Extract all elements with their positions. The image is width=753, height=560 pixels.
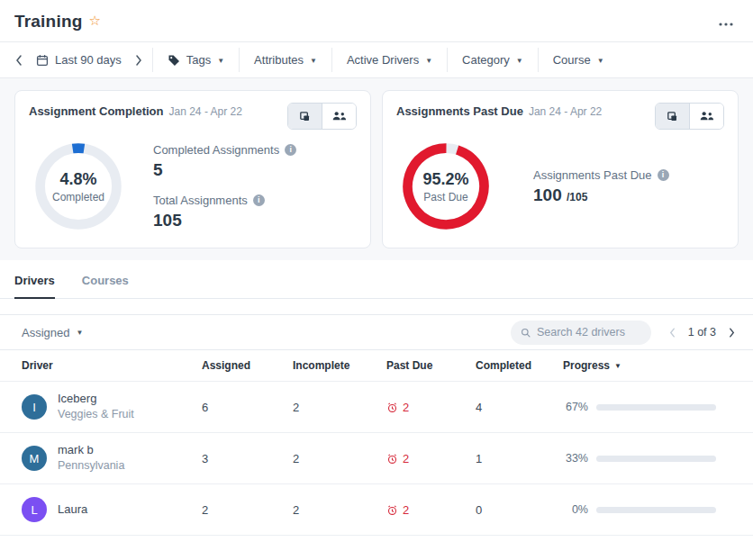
- past-due-cell: 2: [386, 503, 476, 517]
- stat-value: 105: [153, 211, 296, 230]
- progress-cell: 33%: [563, 452, 731, 465]
- category-label: Category: [462, 53, 510, 67]
- info-icon[interactable]: i: [658, 169, 669, 181]
- caret-down-icon: ▼: [76, 329, 83, 337]
- assigned-cell: 2: [202, 503, 293, 517]
- past-due-cell: 2: [386, 452, 476, 465]
- assignment-completion-card: Assignment CompletionJan 24 - Apr 22: [14, 90, 371, 248]
- view-toggle-group: [655, 103, 724, 130]
- info-icon[interactable]: i: [253, 194, 265, 206]
- chevron-right-icon: [729, 328, 735, 338]
- sort-desc-icon: ▼: [614, 362, 621, 370]
- date-range-label: Last 90 days: [55, 53, 122, 67]
- divider: [239, 48, 240, 72]
- stat-label: Assignments Past Due: [533, 168, 652, 182]
- chevron-left-icon: [669, 328, 676, 338]
- tab-drivers[interactable]: Drivers: [14, 274, 55, 299]
- incomplete-cell: 2: [293, 503, 386, 517]
- caret-down-icon: ▼: [217, 57, 224, 65]
- caret-down-icon: ▼: [310, 57, 317, 65]
- column-header-driver[interactable]: Driver: [22, 359, 202, 372]
- avatar: L: [22, 497, 47, 522]
- course-dropdown[interactable]: Course ▼: [540, 42, 617, 77]
- avatar: I: [22, 394, 47, 420]
- driver-name-cell[interactable]: Iceberg Veggies & Fruit: [58, 392, 134, 422]
- table-row[interactable]: M mark b Pennsylvania 3 2 2 1 33%: [0, 433, 753, 484]
- completed-cell: 1: [476, 452, 563, 465]
- search-icon: [521, 327, 531, 339]
- avatar: M: [22, 446, 47, 471]
- people-icon: [699, 111, 714, 122]
- category-dropdown[interactable]: Category ▼: [449, 42, 536, 77]
- summary-cards: Assignment CompletionJan 24 - Apr 22: [0, 78, 753, 260]
- driver-name: Iceberg: [58, 392, 96, 405]
- divider: [152, 48, 153, 72]
- summary-view-toggle[interactable]: [288, 104, 322, 129]
- favorite-star-icon[interactable]: ☆: [89, 13, 101, 29]
- incomplete-cell: 2: [293, 452, 386, 465]
- driver-name: mark b: [58, 443, 94, 456]
- column-header-incomplete[interactable]: Incomplete: [293, 359, 386, 372]
- completion-percent: 4.8%: [59, 170, 96, 189]
- date-range-dropdown[interactable]: Last 90 days: [31, 42, 127, 77]
- attributes-dropdown[interactable]: Attributes ▼: [241, 42, 330, 77]
- active-drivers-dropdown[interactable]: Active Drivers ▼: [334, 42, 445, 77]
- stat-value: 5: [153, 160, 296, 180]
- assigned-cell: 3: [202, 452, 293, 465]
- past-due-percent-label: Past Due: [423, 191, 467, 203]
- column-header-assigned[interactable]: Assigned: [202, 359, 293, 372]
- progress-percent: 67%: [563, 401, 588, 413]
- summary-view-toggle[interactable]: [656, 104, 689, 129]
- people-view-toggle[interactable]: [690, 104, 723, 129]
- calendar-icon: [36, 54, 49, 67]
- page-prev-button[interactable]: [669, 328, 676, 338]
- people-view-toggle[interactable]: [322, 104, 356, 129]
- assignments-past-due-card: Assignments Past DueJan 24 - Apr 22: [382, 90, 739, 248]
- stat-label: Completed Assignments: [153, 143, 279, 157]
- progress-percent: 33%: [563, 452, 588, 465]
- progress-cell: 67%: [563, 401, 731, 413]
- tab-courses[interactable]: Courses: [82, 274, 129, 298]
- column-header-past-due[interactable]: Past Due: [386, 359, 476, 372]
- divider: [447, 48, 448, 72]
- attributes-label: Attributes: [254, 53, 304, 67]
- table-controls: Assigned ▼ 1 of 3: [0, 314, 753, 350]
- page-next-button[interactable]: [729, 328, 735, 338]
- column-header-completed[interactable]: Completed: [476, 359, 563, 372]
- view-toggle-group: [287, 103, 357, 130]
- alarm-clock-icon: [386, 402, 398, 413]
- info-icon[interactable]: i: [285, 144, 296, 156]
- driver-name-cell[interactable]: Laura: [58, 502, 87, 518]
- date-next-button[interactable]: [127, 42, 150, 77]
- driver-name: Laura: [58, 502, 87, 516]
- drivers-table: Driver Assigned Incomplete Past Due Comp…: [0, 350, 753, 536]
- total-assignments-stat: Total Assignments i 105: [153, 194, 296, 230]
- chevron-right-icon: [135, 55, 142, 66]
- table-row[interactable]: L Laura 2 2 2 0 0%: [0, 484, 753, 536]
- assigned-filter-label: Assigned: [22, 326, 69, 339]
- table-row[interactable]: I Iceberg Veggies & Fruit 6 2 2 4 67%: [0, 382, 753, 433]
- incomplete-cell: 2: [293, 401, 386, 414]
- date-prev-button[interactable]: [7, 42, 31, 77]
- caret-down-icon: ▼: [597, 57, 604, 65]
- course-label: Course: [553, 53, 591, 67]
- caret-down-icon: ▼: [516, 57, 523, 65]
- card-title: Assignment Completion: [29, 104, 164, 118]
- tags-dropdown[interactable]: Tags ▼: [155, 42, 237, 77]
- driver-subtitle: Veggies & Fruit: [58, 408, 134, 420]
- completion-donut-chart: 4.8% Completed: [31, 139, 126, 234]
- column-header-progress[interactable]: Progress ▼: [563, 359, 731, 372]
- search-input[interactable]: [537, 326, 641, 339]
- table-tabs: Drivers Courses: [0, 260, 753, 299]
- alarm-clock-icon: [386, 453, 398, 465]
- card-title: Assignments Past Due: [396, 104, 523, 118]
- more-menu-button[interactable]: [713, 10, 739, 33]
- assigned-filter-dropdown[interactable]: Assigned ▼: [22, 326, 83, 339]
- page-indicator: 1 of 3: [688, 326, 716, 339]
- driver-search[interactable]: [511, 321, 651, 345]
- tag-icon: [168, 54, 180, 67]
- people-icon: [331, 111, 347, 122]
- past-due-donut-chart: 95.2% Past Due: [398, 139, 494, 234]
- caret-down-icon: ▼: [425, 57, 432, 65]
- driver-name-cell[interactable]: mark b Pennsylvania: [58, 443, 124, 474]
